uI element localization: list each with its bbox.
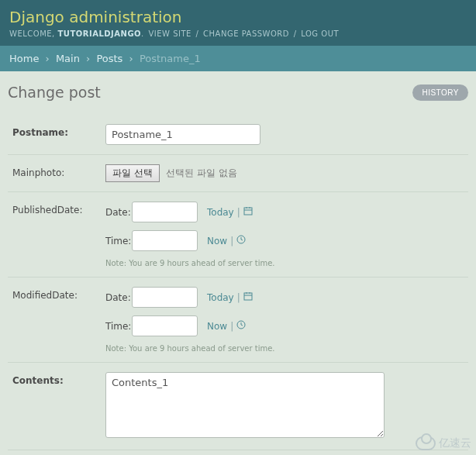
history-button[interactable]: HISTORY	[412, 84, 468, 101]
welcome-text: WELCOME,	[9, 29, 55, 38]
field-postname: Postname:	[8, 115, 468, 155]
file-choose-button[interactable]: 파일 선택	[105, 164, 160, 182]
modified-date-label: Date:	[105, 292, 132, 303]
calendar-icon[interactable]	[243, 291, 253, 303]
publisheddate-label: PublishedDate:	[12, 202, 105, 215]
postname-label: Postname:	[12, 124, 105, 138]
published-date-label: Date:	[105, 207, 132, 218]
clock-icon[interactable]	[236, 235, 246, 246]
published-today-link[interactable]: Today	[207, 207, 234, 218]
content: Change post HISTORY Postname: Mainphoto:…	[0, 71, 476, 455]
admin-header: Django administration WELCOME, TUTORIALD…	[0, 0, 476, 46]
breadcrumb-model[interactable]: Posts	[96, 53, 122, 64]
modified-tz-note: Note: You are 9 hours ahead of server ti…	[105, 344, 464, 353]
postname-input[interactable]	[105, 124, 260, 145]
published-tz-note: Note: You are 9 hours ahead of server ti…	[105, 259, 464, 267]
contents-label: Contents:	[12, 372, 105, 386]
page-title: Change post	[8, 84, 101, 101]
field-modifieddate: ModifiedDate: Date: Today | Time: Now |	[8, 277, 468, 363]
field-publisheddate: PublishedDate: Date: Today | Time: Now |	[8, 192, 468, 277]
mainphoto-label: Mainphoto:	[12, 164, 105, 178]
watermark: 亿速云	[416, 436, 471, 450]
site-branding: Django administration	[9, 8, 467, 26]
published-date-input[interactable]	[132, 202, 198, 222]
breadcrumb-home[interactable]: Home	[9, 53, 39, 64]
field-contents: Contents:	[8, 363, 468, 450]
svg-line-6	[241, 240, 243, 240]
contents-input[interactable]	[105, 372, 385, 438]
breadcrumb-app[interactable]: Main	[56, 53, 80, 64]
modified-date-input[interactable]	[132, 287, 198, 308]
breadcrumb-current: Postname_1	[140, 53, 201, 64]
published-time-input[interactable]	[132, 230, 198, 251]
modifieddate-label: ModifiedDate:	[12, 287, 105, 301]
published-time-label: Time:	[105, 236, 132, 246]
field-mainphoto: Mainphoto: 파일 선택 선택된 파일 없음	[8, 155, 468, 192]
change-password-link[interactable]: CHANGE PASSWORD	[203, 29, 289, 38]
username: TUTORIALDJANGO	[57, 29, 141, 38]
breadcrumb: Home › Main › Posts › Postname_1	[0, 46, 476, 71]
modified-now-link[interactable]: Now	[207, 321, 227, 332]
svg-line-13	[241, 325, 243, 326]
user-links: WELCOME, TUTORIALDJANGO. VIEW SITE / CHA…	[9, 29, 467, 43]
view-site-link[interactable]: VIEW SITE	[148, 29, 191, 38]
logout-link[interactable]: LOG OUT	[301, 29, 339, 38]
clock-icon[interactable]	[236, 320, 246, 332]
svg-rect-0	[244, 208, 252, 215]
svg-rect-7	[244, 293, 252, 300]
calendar-icon[interactable]	[243, 206, 253, 218]
cloud-icon	[416, 436, 436, 450]
published-now-link[interactable]: Now	[207, 236, 227, 246]
file-status-text: 선택된 파일 없음	[166, 167, 237, 178]
modified-time-label: Time:	[105, 321, 132, 332]
modified-today-link[interactable]: Today	[207, 292, 234, 303]
watermark-text: 亿速云	[439, 436, 471, 450]
modified-time-input[interactable]	[132, 315, 198, 336]
